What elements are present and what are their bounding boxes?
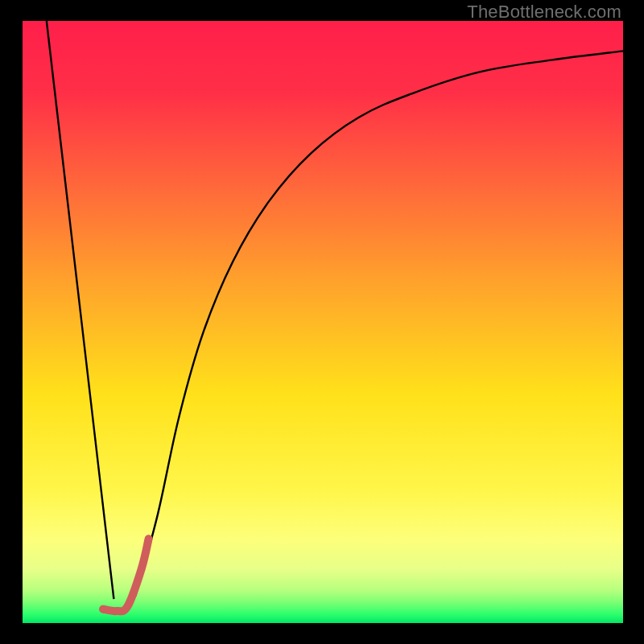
- watermark-text: TheBottleneck.com: [467, 2, 621, 23]
- chart-frame: TheBottleneck.com: [0, 0, 644, 644]
- gradient-background: [23, 21, 623, 623]
- bottleneck-chart: [23, 21, 623, 623]
